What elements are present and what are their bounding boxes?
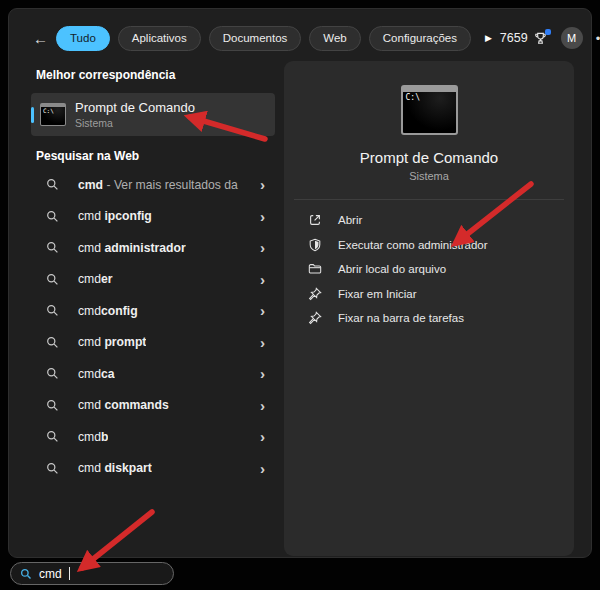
action-run-as-admin[interactable]: Executar como administrador <box>284 233 574 258</box>
tab-web[interactable]: Web <box>309 26 360 51</box>
search-icon <box>46 462 59 475</box>
best-match-header: Melhor correspondência <box>36 68 175 82</box>
chevron-right-icon[interactable]: › <box>260 272 265 287</box>
suggestion-text: cmd commands <box>78 398 169 412</box>
action-label: Fixar na barra de tarefas <box>338 312 464 324</box>
chevron-right-icon[interactable]: › <box>260 335 265 350</box>
chevron-right-icon[interactable]: › <box>260 177 265 192</box>
ellipsis-menu-icon[interactable]: ••• <box>596 31 600 46</box>
web-suggestion-row[interactable]: cmd prompt› <box>31 327 275 359</box>
back-arrow-icon: ← <box>33 30 48 47</box>
web-suggestion-row[interactable]: cmdca› <box>31 358 275 390</box>
topbar-right-cluster: 7659 M ••• <box>500 25 600 51</box>
web-suggestion-row[interactable]: cmdb› <box>31 421 275 453</box>
search-input-value: cmd <box>39 567 62 581</box>
chevron-right-icon[interactable]: › <box>260 461 265 476</box>
action-label: Executar como administrador <box>338 239 488 251</box>
open-icon <box>308 213 322 227</box>
suggestion-text: cmder <box>78 272 113 286</box>
pin-icon <box>308 287 322 301</box>
search-icon <box>20 568 32 580</box>
search-icon <box>46 430 59 443</box>
web-suggestion-row[interactable]: cmd commands› <box>31 390 275 422</box>
web-suggestions-list: cmd - Ver mais resultados da pesquisa›cm… <box>31 169 275 484</box>
action-label: Abrir <box>338 214 362 226</box>
web-suggestion-row[interactable]: cmd administrador› <box>31 232 275 264</box>
chevron-right-icon[interactable]: › <box>260 398 265 413</box>
web-suggestion-row[interactable]: cmd - Ver mais resultados da pesquisa› <box>31 169 275 201</box>
user-avatar[interactable]: M <box>561 27 583 49</box>
best-match-subtitle: Sistema <box>75 117 195 129</box>
cmd-icon-large: C:\ <box>401 85 458 135</box>
tab-documentos[interactable]: Documentos <box>209 26 302 51</box>
search-icon <box>46 241 59 254</box>
search-topbar: ← TudoAplicativosDocumentosWebConfiguraç… <box>33 23 577 53</box>
web-suggestion-row[interactable]: cmd ipconfig› <box>31 201 275 233</box>
action-open-file-location[interactable]: Abrir local do arquivo <box>284 257 574 282</box>
chevron-more-icon: ▶ <box>485 33 492 43</box>
suggestion-text: cmdca <box>78 367 115 381</box>
detail-divider <box>294 199 564 200</box>
best-match-title: Prompt de Comando <box>75 100 195 116</box>
search-icon <box>46 399 59 412</box>
taskbar-search-input[interactable]: cmd <box>10 562 174 585</box>
action-open[interactable]: Abrir <box>284 208 574 233</box>
cmd-icon: C:\ <box>40 103 66 126</box>
text-cursor <box>69 567 70 580</box>
chevron-right-icon[interactable]: › <box>260 366 265 381</box>
search-icon <box>46 273 59 286</box>
chevron-right-icon[interactable]: › <box>260 209 265 224</box>
detail-title: Prompt de Comando <box>284 149 574 166</box>
chevron-right-icon[interactable]: › <box>260 240 265 255</box>
result-detail-panel: C:\ Prompt de Comando Sistema AbrirExecu… <box>284 61 574 556</box>
search-filter-tabs: TudoAplicativosDocumentosWebConfiguraçõe… <box>56 26 471 51</box>
tab-configuracoes[interactable]: Configurações <box>369 26 471 51</box>
tab-tudo[interactable]: Tudo <box>56 26 110 51</box>
tab-aplicativos[interactable]: Aplicativos <box>118 26 201 51</box>
suggestion-text: cmdconfig <box>78 304 138 318</box>
action-pin-to-taskbar[interactable]: Fixar na barra de tarefas <box>284 306 574 331</box>
selection-accent-bar <box>31 107 34 123</box>
web-suggestion-row[interactable]: cmdconfig› <box>31 295 275 327</box>
suggestion-text: cmdb <box>78 430 108 444</box>
shield-icon <box>308 238 322 252</box>
folder-icon <box>308 262 322 276</box>
action-pin-to-start[interactable]: Fixar em Iniciar <box>284 282 574 307</box>
back-button[interactable]: ← <box>33 30 48 47</box>
search-icon <box>46 304 59 317</box>
suggestion-text: cmd prompt <box>78 335 146 349</box>
action-label: Fixar em Iniciar <box>338 288 417 300</box>
action-label: Abrir local do arquivo <box>338 263 446 275</box>
chevron-right-icon[interactable]: › <box>260 429 265 444</box>
search-icon <box>46 336 59 349</box>
rewards-trophy-icon <box>533 31 548 46</box>
suggestion-text: cmd ipconfig <box>78 209 152 223</box>
avatar-initial: M <box>567 32 576 44</box>
detail-subtitle: Sistema <box>284 170 574 182</box>
best-match-result[interactable]: C:\ Prompt de Comando Sistema <box>31 93 275 136</box>
web-suggestion-row[interactable]: cmder› <box>31 264 275 296</box>
search-icon <box>46 178 59 191</box>
search-flyout: ← TudoAplicativosDocumentosWebConfiguraç… <box>8 8 592 558</box>
suggestion-text: cmd administrador <box>78 241 186 255</box>
web-suggestion-row[interactable]: cmd diskpart› <box>31 453 275 485</box>
best-match-text: Prompt de Comando Sistema <box>75 100 195 128</box>
pin-icon <box>308 311 322 325</box>
web-search-header: Pesquisar na Web <box>36 149 139 163</box>
chevron-right-icon[interactable]: › <box>260 303 265 318</box>
more-filters-button[interactable]: ▶ <box>485 33 492 43</box>
rewards-badge <box>545 29 551 35</box>
action-list: AbrirExecutar como administradorAbrir lo… <box>284 208 574 331</box>
rewards-points: 7659 <box>500 31 528 45</box>
search-icon <box>46 210 59 223</box>
search-icon <box>46 367 59 380</box>
suggestion-text: cmd - Ver mais resultados da pesquisa <box>78 178 241 192</box>
suggestion-text: cmd diskpart <box>78 461 152 475</box>
rewards-counter[interactable]: 7659 <box>500 31 548 46</box>
